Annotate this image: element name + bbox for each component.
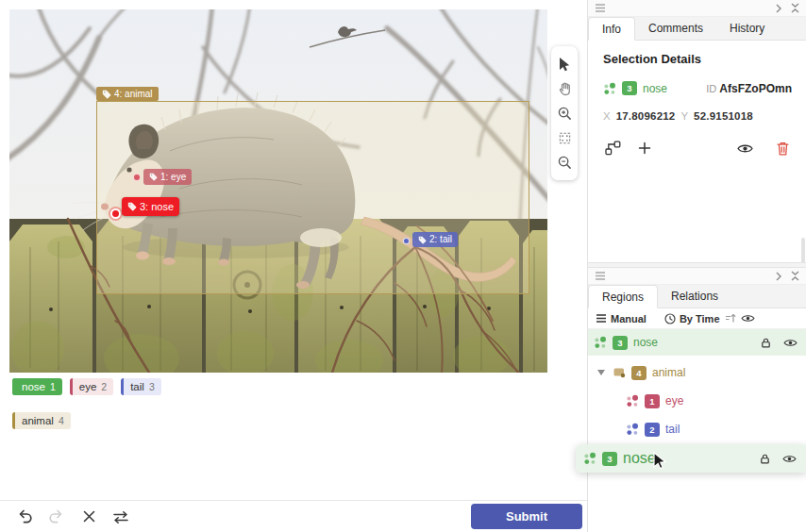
zoom-in-icon bbox=[558, 107, 572, 121]
label-picker-row-1: nose 1 eye 2 tail 3 bbox=[12, 378, 161, 395]
tab-history[interactable]: History bbox=[716, 17, 778, 40]
lock-region-icon[interactable] bbox=[760, 337, 772, 349]
tab-comments[interactable]: Comments bbox=[635, 17, 716, 40]
sort-by-button[interactable]: By Time bbox=[664, 313, 720, 324]
close-icon bbox=[83, 510, 95, 523]
keypoint-label-eye[interactable]: 1: eye bbox=[143, 169, 192, 185]
keypoint-type-icon bbox=[583, 452, 596, 465]
keypoint-eye[interactable] bbox=[133, 174, 141, 181]
region-id: ID AfsFZoPOmn bbox=[706, 82, 792, 95]
label-hotkey: 2 bbox=[101, 381, 113, 392]
tag-icon bbox=[418, 236, 427, 244]
tag-icon bbox=[149, 173, 158, 181]
undo-icon bbox=[16, 508, 33, 524]
relation-icon bbox=[605, 141, 621, 156]
sort-order-icon bbox=[725, 313, 736, 324]
keypoint-tail[interactable] bbox=[403, 238, 410, 244]
label-picker-row-2: animal 4 bbox=[12, 412, 71, 429]
transfer-arrows-icon bbox=[113, 510, 128, 524]
label-name: animal bbox=[15, 415, 59, 426]
add-meta-button[interactable] bbox=[635, 139, 654, 158]
label-button-nose[interactable]: nose 1 bbox=[12, 378, 62, 395]
region-row-nose[interactable]: 3 nose bbox=[588, 329, 806, 356]
region-number-badge: 2 bbox=[645, 423, 660, 437]
zoom-out-tool-button[interactable] bbox=[555, 153, 574, 172]
region-label: tail bbox=[665, 423, 680, 436]
region-actions bbox=[603, 139, 792, 158]
chevron-right-icon[interactable] bbox=[776, 272, 781, 281]
lock-region-icon[interactable] bbox=[759, 453, 771, 465]
selection-details-title: Selection Details bbox=[603, 52, 792, 66]
regions-panel-header bbox=[588, 268, 806, 285]
tab-regions[interactable]: Regions bbox=[588, 285, 658, 308]
region-label: nose bbox=[633, 336, 658, 349]
keypoint-type-icon bbox=[626, 423, 639, 436]
drag-handle-icon[interactable] bbox=[596, 4, 605, 12]
bbox-label-animal[interactable]: 4: animal bbox=[96, 87, 159, 101]
toggle-all-visibility-button[interactable] bbox=[741, 313, 755, 324]
selected-region-summary: 3 nose ID AfsFZoPOmn bbox=[603, 81, 792, 95]
tab-relations[interactable]: Relations bbox=[658, 285, 731, 308]
region-number-badge: 3 bbox=[622, 81, 637, 95]
label-button-animal[interactable]: animal 4 bbox=[12, 412, 71, 429]
region-row-tail[interactable]: 2 tail bbox=[588, 416, 806, 442]
keypoint-type-icon bbox=[626, 394, 639, 407]
label-button-eye[interactable]: eye 2 bbox=[70, 378, 113, 395]
hide-region-button[interactable] bbox=[735, 139, 754, 158]
eye-icon[interactable] bbox=[782, 454, 797, 464]
region-row-animal[interactable]: 4 animal bbox=[588, 359, 806, 386]
expand-triangle-icon[interactable] bbox=[597, 370, 605, 375]
bottom-toolbar: Submit bbox=[0, 500, 587, 532]
clock-icon bbox=[664, 313, 676, 324]
swap-view-button[interactable] bbox=[111, 507, 130, 526]
tag-icon bbox=[127, 202, 137, 211]
zoom-out-icon bbox=[558, 156, 572, 170]
plus-icon bbox=[638, 141, 651, 155]
create-relation-button[interactable] bbox=[603, 139, 622, 158]
eye-icon bbox=[737, 142, 753, 155]
region-number-badge: 1 bbox=[645, 394, 660, 408]
delete-region-button[interactable] bbox=[773, 139, 792, 158]
pan-tool-button[interactable] bbox=[555, 79, 574, 98]
image-canvas[interactable]: 4: animal 1: eye 3: nose 2: tail bbox=[9, 9, 547, 373]
regions-toolbar: Manual By Time bbox=[588, 308, 806, 329]
label-button-tail[interactable]: tail 3 bbox=[121, 378, 161, 395]
keypoint-type-icon bbox=[594, 336, 607, 349]
canvas-tool-palette bbox=[551, 46, 578, 180]
region-number-badge: 4 bbox=[631, 366, 646, 380]
info-panel-tabs: Info Comments History bbox=[588, 17, 806, 41]
region-label: nose bbox=[643, 82, 667, 95]
zoom-in-tool-button[interactable] bbox=[555, 104, 574, 123]
fit-screen-icon bbox=[558, 131, 572, 145]
fit-screen-tool-button[interactable] bbox=[555, 128, 574, 147]
keypoint-coordinates: X 17.8096212 Y 52.9151018 bbox=[603, 110, 792, 122]
label-name: eye bbox=[73, 381, 102, 392]
label-hotkey: 3 bbox=[149, 381, 161, 392]
keypoint-nose[interactable] bbox=[110, 208, 121, 219]
keypoint-label-tail[interactable]: 2: tail bbox=[412, 232, 458, 247]
menu-icon bbox=[596, 313, 607, 324]
annotation-main-area: 4: animal 1: eye 3: nose 2: tail bbox=[0, 0, 587, 532]
region-row-nose-drag-ghost[interactable]: 3 nose bbox=[576, 444, 806, 473]
redo-button[interactable] bbox=[47, 507, 66, 526]
label-studio-app: 4: animal 1: eye 3: nose 2: tail bbox=[0, 0, 806, 532]
region-row-eye[interactable]: 1 eye bbox=[588, 388, 806, 414]
regions-panel-tabs: Regions Relations bbox=[588, 285, 806, 308]
region-number-badge: 3 bbox=[602, 452, 617, 466]
chevron-right-icon[interactable] bbox=[776, 4, 781, 13]
collapse-panel-icon[interactable] bbox=[791, 271, 799, 281]
collapse-panel-icon[interactable] bbox=[791, 3, 799, 13]
cursor-icon bbox=[559, 58, 570, 72]
group-by-button[interactable]: Manual bbox=[596, 313, 646, 324]
label-name: nose bbox=[15, 381, 50, 392]
undo-button[interactable] bbox=[15, 507, 34, 526]
sort-order-button[interactable] bbox=[725, 313, 736, 324]
eye-icon[interactable] bbox=[783, 338, 798, 348]
submit-button[interactable]: Submit bbox=[471, 504, 582, 529]
reset-button[interactable] bbox=[79, 507, 98, 526]
select-tool-button[interactable] bbox=[555, 55, 574, 74]
tag-icon bbox=[102, 90, 111, 99]
keypoint-label-nose[interactable]: 3: nose bbox=[122, 197, 179, 216]
drag-handle-icon[interactable] bbox=[596, 272, 605, 280]
tab-info[interactable]: Info bbox=[588, 17, 635, 41]
